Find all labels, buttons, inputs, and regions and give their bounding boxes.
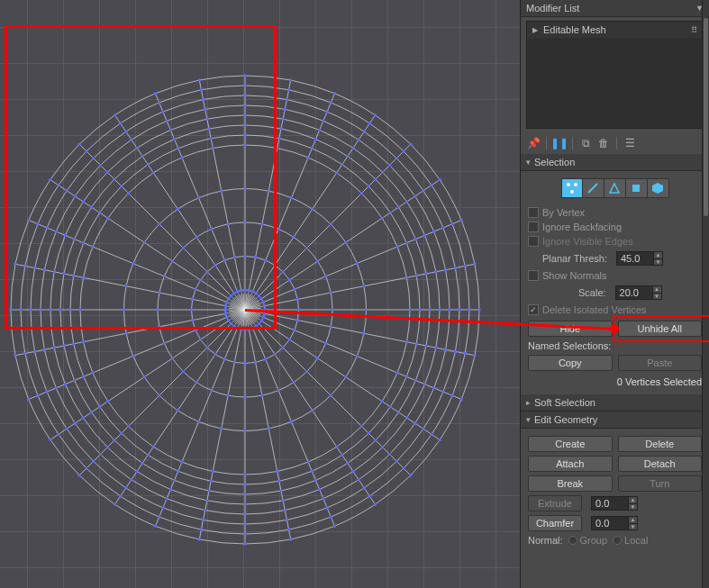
rollout-selection-header[interactable]: ▾ Selection [521,154,709,171]
show-end-result-icon[interactable]: ❚❚ [552,136,567,150]
paste-button[interactable]: Paste [618,355,703,371]
spinner-arrows[interactable]: ▲▼ [629,516,638,530]
face-mode-button[interactable] [604,178,626,198]
svg-rect-222 [163,275,166,277]
svg-rect-492 [478,309,481,312]
svg-rect-247 [177,409,179,412]
detach-button[interactable]: Detach [618,456,703,472]
ignore-backfacing-checkbox[interactable]: Ignore Backfacing [528,220,702,234]
svg-rect-246 [197,421,200,423]
extrude-spinner[interactable]: 0.0 ▲▼ [591,495,638,511]
rollout-soft-selection-header[interactable]: ▸ Soft Selection [521,394,709,412]
svg-rect-475 [23,352,26,355]
svg-rect-424 [388,164,391,167]
rollout-edit-geometry-header[interactable]: ▾ Edit Geometry [521,412,709,429]
svg-rect-200 [282,270,285,273]
show-normals-checkbox[interactable]: Show Normals [528,268,702,283]
svg-rect-510 [27,219,30,222]
svg-rect-338 [314,479,317,482]
spinner-value[interactable]: 45.0 [616,251,654,266]
modifier-stack[interactable]: ▶ Editable Mesh ⠿ [526,21,704,129]
svg-rect-367 [405,417,408,420]
radio-label: Local [624,535,648,546]
svg-rect-458 [441,226,444,229]
spinner-value[interactable]: 20.0 [615,285,653,300]
checkbox-icon [528,222,539,232]
modifier-list-dropdown[interactable]: Modifier List ▼ [521,0,709,17]
chamfer-button[interactable]: Chamfer [528,515,582,531]
polygon-mode-button[interactable] [626,178,648,198]
svg-rect-192 [205,270,208,273]
svg-rect-283 [82,340,85,343]
svg-rect-232 [305,247,308,249]
modifier-stack-item[interactable]: ▶ Editable Mesh ⠿ [527,22,703,38]
svg-rect-457 [422,189,424,192]
make-unique-icon[interactable]: ⧉ [578,136,593,150]
radio-icon [613,536,622,545]
svg-rect-258 [197,196,200,199]
svg-rect-143 [260,320,263,322]
svg-rect-216 [182,370,185,373]
svg-rect-508 [10,309,13,312]
svg-rect-154 [225,316,228,319]
vertex-mode-button[interactable] [561,178,583,198]
scale-spinner[interactable]: 20.0 ▲▼ [615,285,662,300]
spinner-value[interactable]: 0.0 [591,496,629,511]
normal-group-radio[interactable]: Group [568,535,608,546]
svg-rect-495 [439,439,441,441]
by-vertex-checkbox[interactable]: By Vertex [528,205,702,220]
spinner-arrows[interactable]: ▲▼ [654,251,663,266]
svg-rect-482 [158,101,160,104]
ignore-visible-edges-checkbox[interactable]: Ignore Visible Edges [528,234,702,249]
svg-rect-162 [236,290,239,293]
configure-icon[interactable]: ☰ [623,136,637,150]
svg-rect-219 [158,325,160,328]
create-button[interactable]: Create [528,436,613,452]
remove-icon[interactable]: 🗑 [596,136,611,150]
svg-rect-174 [293,329,295,331]
svg-rect-302 [405,375,408,378]
panel-scrollbar[interactable] [702,0,709,588]
svg-rect-522 [460,219,463,222]
chamfer-spinner[interactable]: 0.0 ▲▼ [591,515,638,531]
break-button[interactable]: Break [528,475,613,492]
planar-thresh-spinner[interactable]: 45.0 ▲▼ [616,251,663,266]
element-mode-button[interactable] [648,178,669,198]
delete-isolated-checkbox[interactable]: Delete Isolated Vertices [528,303,702,317]
svg-rect-390 [318,129,321,131]
svg-line-92 [29,317,227,399]
svg-rect-296 [360,192,363,194]
unhide-all-button[interactable]: Unhide All [618,321,703,337]
svg-rect-239 [344,375,347,378]
svg-rect-201 [288,278,291,281]
svg-rect-407 [130,478,132,481]
scrollbar-thumb[interactable] [704,18,708,216]
svg-rect-515 [198,78,201,81]
hide-button[interactable]: Hide [528,321,613,337]
normal-local-radio[interactable]: Local [613,535,648,546]
svg-rect-285 [82,276,85,279]
spinner-value[interactable]: 0.0 [591,516,629,530]
svg-rect-346 [73,379,76,382]
checkbox-icon [528,207,539,218]
svg-rect-335 [397,411,400,413]
svg-rect-452 [244,95,247,97]
svg-rect-210 [277,389,280,392]
spinner-arrows[interactable]: ▲▼ [629,496,638,511]
edge-mode-button[interactable] [583,178,604,198]
stack-item-menu-icon[interactable]: ⠿ [691,25,697,35]
svg-rect-430 [441,391,444,394]
delete-button[interactable]: Delete [618,436,703,452]
pin-icon[interactable]: 📌 [526,136,541,150]
spinner-arrows[interactable]: ▲▼ [653,285,662,300]
stack-item-label: Editable Mesh [543,24,606,35]
viewport[interactable] [0,0,520,588]
extrude-button[interactable]: Extrude [528,495,582,511]
svg-rect-464 [403,467,405,470]
svg-rect-502 [154,525,157,528]
svg-rect-175 [288,339,291,341]
svg-rect-259 [220,190,223,193]
attach-button[interactable]: Attach [528,456,613,472]
turn-button[interactable]: Turn [618,475,703,492]
copy-button[interactable]: Copy [528,355,613,371]
